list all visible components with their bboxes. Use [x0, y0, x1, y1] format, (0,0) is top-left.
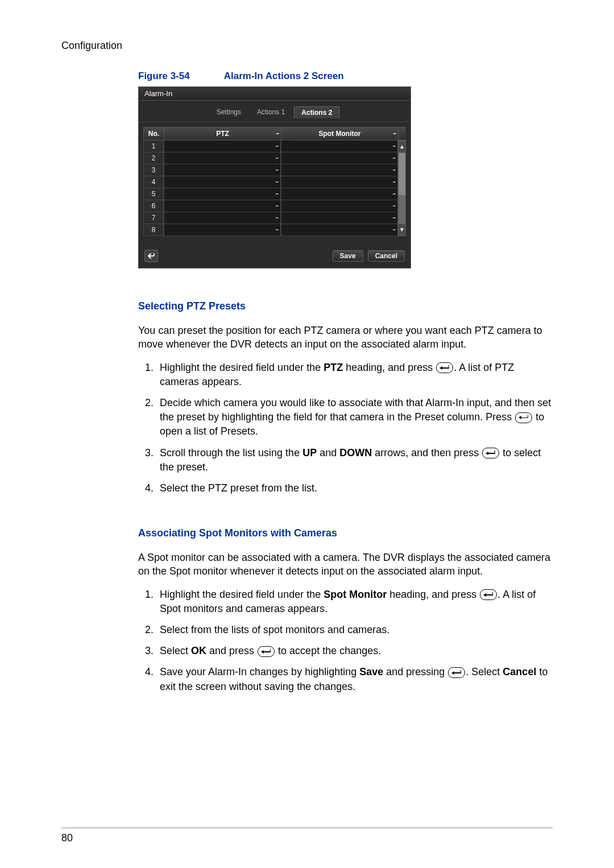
- ptz-cell[interactable]: [164, 212, 281, 224]
- col-header-no: No.: [143, 127, 164, 140]
- text: . Select: [466, 666, 503, 677]
- row-no: 7: [143, 212, 164, 224]
- scroll-track[interactable]: [398, 153, 406, 224]
- page-number: 80: [61, 832, 73, 844]
- text-bold: PTZ: [323, 362, 343, 373]
- spot-cell[interactable]: [281, 176, 398, 188]
- page-header: Configuration: [61, 40, 553, 52]
- text: Save your Alarm-In changes by highlighti…: [160, 666, 359, 677]
- cancel-button[interactable]: Cancel: [368, 250, 405, 262]
- ptz-cell[interactable]: [164, 224, 281, 236]
- text: to accept the changes.: [275, 645, 381, 656]
- list-item: Select from the lists of spot monitors a…: [156, 623, 553, 637]
- row-no: 2: [143, 152, 164, 164]
- enter-key-icon: [448, 667, 465, 678]
- section1-intro: You can preset the position for each PTZ…: [138, 324, 553, 352]
- spot-cell[interactable]: [281, 140, 398, 152]
- row-no: 8: [143, 224, 164, 236]
- spot-cell[interactable]: [281, 152, 398, 164]
- enter-key-icon: [436, 362, 453, 373]
- enter-key-icon: [482, 448, 499, 458]
- text-bold: Spot Monitor: [323, 589, 387, 600]
- figure-caption: Alarm-In Actions 2 Screen: [224, 71, 344, 81]
- text-bold: OK: [191, 645, 206, 656]
- save-button[interactable]: Save: [333, 250, 363, 262]
- text: Decide which camera you would like to as…: [160, 397, 551, 423]
- tab-actions2[interactable]: Actions 2: [294, 106, 339, 118]
- text: Select: [160, 645, 191, 656]
- spot-cell[interactable]: [281, 188, 398, 200]
- row-no: 1: [143, 140, 164, 152]
- spot-cell[interactable]: [281, 200, 398, 212]
- list-item: Select the PTZ preset from the list.: [156, 481, 553, 495]
- row-no: 4: [143, 176, 164, 188]
- section2-steps: Highlight the desired field under the Sp…: [138, 588, 553, 694]
- back-arrow-icon: [147, 253, 155, 259]
- window-title: Alarm-In: [139, 87, 410, 101]
- list-item: Decide which camera you would like to as…: [156, 396, 553, 439]
- enter-key-icon: [480, 589, 497, 600]
- list-item: Save your Alarm-In changes by highlighti…: [156, 665, 553, 693]
- alarm-in-screenshot: Alarm-In Settings Actions 1 Actions 2 No…: [138, 86, 411, 268]
- row-no: 3: [143, 164, 164, 176]
- spot-cell[interactable]: [281, 164, 398, 176]
- text: arrows, and then press: [372, 447, 482, 458]
- figure-caption-row: Figure 3-54 Alarm-In Actions 2 Screen: [138, 70, 553, 82]
- list-item: Highlight the desired field under the PT…: [156, 361, 553, 389]
- scroll-down-button[interactable]: ▼: [398, 224, 406, 236]
- section1-steps: Highlight the desired field under the PT…: [138, 361, 553, 496]
- text: and pressing: [383, 666, 447, 677]
- row-no: 5: [143, 188, 164, 200]
- text: Highlight the desired field under the: [160, 589, 323, 600]
- col-header-spot-monitor[interactable]: Spot Monitor: [281, 127, 398, 140]
- text: heading, and press: [343, 362, 435, 373]
- text: heading, and press: [387, 589, 479, 600]
- figure-label: Figure 3-54: [138, 71, 190, 81]
- text-bold: UP: [302, 447, 317, 458]
- text: Scroll through the list using the: [160, 447, 302, 458]
- section-title-ptz: Selecting PTZ Presets: [138, 300, 553, 312]
- text: and press: [206, 645, 257, 656]
- enter-key-icon: [515, 412, 532, 423]
- text: Highlight the desired field under the: [160, 362, 323, 373]
- list-item: Highlight the desired field under the Sp…: [156, 588, 553, 616]
- ptz-cell[interactable]: [164, 200, 281, 212]
- ptz-cell[interactable]: [164, 164, 281, 176]
- text: and: [317, 447, 339, 458]
- text-bold: Cancel: [503, 666, 536, 677]
- scroll-up-button[interactable]: ▲: [398, 140, 406, 153]
- tab-settings[interactable]: Settings: [210, 106, 248, 118]
- footer-divider: [61, 828, 553, 828]
- section2-intro: A Spot monitor can be associated with a …: [138, 551, 553, 578]
- list-item: Select OK and press to accept the change…: [156, 644, 553, 658]
- tab-actions1[interactable]: Actions 1: [250, 106, 292, 118]
- row-no: 6: [143, 200, 164, 212]
- scrollbar[interactable]: ▲ ▼: [398, 127, 406, 236]
- ptz-cell[interactable]: [164, 176, 281, 188]
- tab-bar: Settings Actions 1 Actions 2: [139, 101, 410, 122]
- ptz-cell[interactable]: [164, 188, 281, 200]
- back-button[interactable]: [144, 250, 158, 262]
- text-bold: DOWN: [339, 447, 372, 458]
- spot-cell[interactable]: [281, 224, 398, 236]
- text-bold: Save: [359, 666, 383, 677]
- enter-key-icon: [258, 646, 275, 657]
- spot-cell[interactable]: [281, 212, 398, 224]
- scroll-thumb[interactable]: [399, 153, 405, 195]
- ptz-cell[interactable]: [164, 140, 281, 152]
- list-item: Scroll through the list using the UP and…: [156, 446, 553, 474]
- ptz-cell[interactable]: [164, 152, 281, 164]
- col-header-ptz[interactable]: PTZ: [164, 127, 281, 140]
- section-title-spot: Associating Spot Monitors with Cameras: [138, 527, 553, 539]
- scroll-header: [398, 127, 406, 140]
